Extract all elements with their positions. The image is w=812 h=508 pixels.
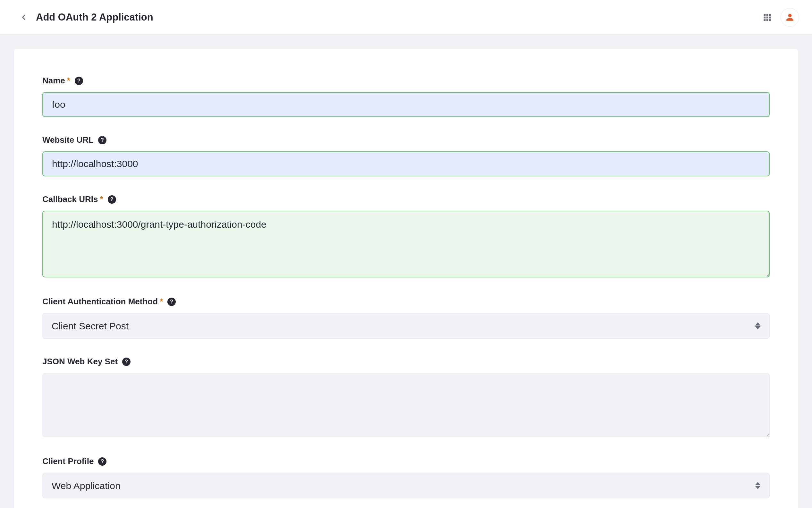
select-wrap: Client Secret Post — [42, 313, 770, 339]
required-star: * — [100, 194, 103, 204]
svg-rect-2 — [769, 14, 771, 16]
svg-rect-5 — [769, 16, 771, 18]
svg-rect-4 — [766, 16, 768, 18]
jwks-textarea[interactable] — [42, 373, 770, 437]
form-card: Name * ? Website URL ? Callback URIs * ? — [14, 49, 798, 508]
callback-uris-label: Callback URIs — [42, 194, 98, 204]
content-wrap: Name * ? Website URL ? Callback URIs * ? — [0, 35, 812, 508]
field-group-jwks: JSON Web Key Set ? — [42, 356, 770, 438]
label-row: Callback URIs * ? — [42, 194, 770, 204]
field-group-client-profile: Client Profile ? Web Application — [42, 456, 770, 498]
user-avatar[interactable] — [780, 8, 799, 27]
help-icon[interactable]: ? — [108, 195, 116, 204]
required-star: * — [160, 297, 163, 307]
help-icon[interactable]: ? — [167, 298, 176, 306]
page-title: Add OAuth 2 Application — [36, 11, 153, 23]
client-profile-select[interactable]: Web Application — [42, 473, 770, 498]
back-icon[interactable] — [19, 13, 28, 22]
website-url-input[interactable] — [42, 152, 770, 176]
svg-rect-1 — [766, 14, 768, 16]
required-star: * — [67, 76, 70, 86]
apps-grid-icon[interactable] — [763, 13, 772, 22]
client-auth-method-label: Client Authentication Method — [42, 297, 158, 307]
callback-uris-textarea[interactable] — [42, 211, 770, 278]
help-icon[interactable]: ? — [122, 357, 131, 366]
name-label: Name — [42, 76, 65, 86]
label-row: Website URL ? — [42, 135, 770, 145]
top-bar: Add OAuth 2 Application — [0, 0, 812, 35]
svg-rect-8 — [769, 19, 771, 21]
field-group-name: Name * ? — [42, 76, 770, 117]
jwks-label: JSON Web Key Set — [42, 356, 118, 367]
help-icon[interactable]: ? — [98, 136, 106, 144]
svg-rect-3 — [764, 16, 766, 18]
field-group-client-auth-method: Client Authentication Method * ? Client … — [42, 297, 770, 339]
svg-rect-0 — [764, 14, 766, 16]
top-bar-left: Add OAuth 2 Application — [19, 11, 153, 23]
top-bar-right — [763, 8, 799, 27]
client-profile-label: Client Profile — [42, 456, 94, 466]
select-wrap: Web Application — [42, 473, 770, 498]
field-group-callback-uris: Callback URIs * ? — [42, 194, 770, 279]
field-group-website-url: Website URL ? — [42, 135, 770, 176]
label-row: Name * ? — [42, 76, 770, 86]
name-input[interactable] — [42, 92, 770, 117]
label-row: Client Profile ? — [42, 456, 770, 466]
website-url-label: Website URL — [42, 135, 94, 145]
label-row: JSON Web Key Set ? — [42, 356, 770, 367]
svg-rect-7 — [766, 19, 768, 21]
label-row: Client Authentication Method * ? — [42, 297, 770, 307]
help-icon[interactable]: ? — [75, 77, 83, 85]
svg-rect-6 — [764, 19, 766, 21]
help-icon[interactable]: ? — [98, 457, 106, 466]
client-auth-method-select[interactable]: Client Secret Post — [42, 313, 770, 339]
